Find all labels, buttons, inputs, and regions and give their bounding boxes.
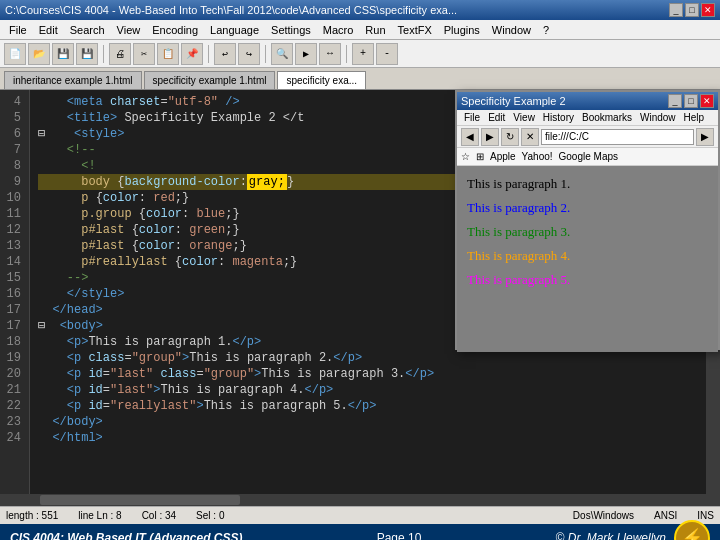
save-all-button[interactable]: 💾 <box>76 43 98 65</box>
menu-search[interactable]: Search <box>65 23 110 37</box>
menu-plugins[interactable]: Plugins <box>439 23 485 37</box>
page-number: Page 10 <box>377 531 422 540</box>
browser-paragraph-3: This is paragraph 3. <box>467 224 708 240</box>
browser-address-bar[interactable] <box>541 129 694 145</box>
minimize-button[interactable]: _ <box>669 3 683 17</box>
undo-button[interactable]: ↩ <box>214 43 236 65</box>
browser-content: This is paragraph 1. This is paragraph 2… <box>457 166 718 352</box>
browser-menu-file[interactable]: File <box>461 112 483 123</box>
redo-button[interactable]: ↪ <box>238 43 260 65</box>
code-line-24: </html> <box>38 430 706 446</box>
browser-forward-button[interactable]: ▶ <box>481 128 499 146</box>
course-title: CIS 4004: Web Based IT (Advanced CSS) <box>10 531 243 540</box>
tab-inheritance[interactable]: inheritance example 1.html <box>4 71 142 89</box>
browser-title-bar: Specificity Example 2 _ □ ✕ <box>457 92 718 110</box>
bookmark-icon2: ⊞ <box>476 151 484 162</box>
find-button[interactable]: 🔍 <box>271 43 293 65</box>
status-line: line Ln : 8 <box>78 510 121 521</box>
browser-toolbar: ◀ ▶ ↻ ✕ ▶ <box>457 126 718 148</box>
browser-bookmarks-bar: ☆ ⊞ Apple Yahoo! Google Maps <box>457 148 718 166</box>
menu-help[interactable]: ? <box>538 23 554 37</box>
browser-menu-bookmarks[interactable]: Bookmarks <box>579 112 635 123</box>
browser-close[interactable]: ✕ <box>700 94 714 108</box>
menu-window[interactable]: Window <box>487 23 536 37</box>
menu-file[interactable]: File <box>4 23 32 37</box>
browser-reload-button[interactable]: ↻ <box>501 128 519 146</box>
bookmark-googlemaps[interactable]: Google Maps <box>559 151 618 162</box>
horizontal-scrollbar[interactable] <box>0 494 720 506</box>
close-button[interactable]: ✕ <box>701 3 715 17</box>
save-button[interactable]: 💾 <box>52 43 74 65</box>
browser-menu-edit[interactable]: Edit <box>485 112 508 123</box>
code-line-20: <p id="last" class="group">This is parag… <box>38 366 706 382</box>
window-title: C:\Courses\CIS 4004 - Web-Based Into Tec… <box>5 4 457 16</box>
line-numbers: 4 5 6 7 8 9 10 11 12 13 14 15 16 17 17 1… <box>0 90 30 494</box>
paste-button[interactable]: 📌 <box>181 43 203 65</box>
new-button[interactable]: 📄 <box>4 43 26 65</box>
print-button[interactable]: 🖨 <box>109 43 131 65</box>
menu-bar: File Edit Search View Encoding Language … <box>0 20 720 40</box>
replace-button[interactable]: ↔ <box>319 43 341 65</box>
maximize-button[interactable]: □ <box>685 3 699 17</box>
browser-menu-history[interactable]: History <box>540 112 577 123</box>
browser-paragraph-2: This is paragraph 2. <box>467 200 708 216</box>
browser-maximize[interactable]: □ <box>684 94 698 108</box>
browser-window-controls[interactable]: _ □ ✕ <box>668 94 714 108</box>
browser-paragraph-4: This is paragraph 4. <box>467 248 708 264</box>
browser-paragraph-5: This is paragraph 5. <box>467 272 708 288</box>
tab-bar: inheritance example 1.html specificity e… <box>0 68 720 90</box>
browser-paragraph-1: This is paragraph 1. <box>467 176 708 192</box>
separator-1 <box>103 45 104 63</box>
browser-stop-button[interactable]: ✕ <box>521 128 539 146</box>
tab-specificity1[interactable]: specificity example 1.html <box>144 71 276 89</box>
browser-menu-window[interactable]: Window <box>637 112 679 123</box>
h-scrollbar-thumb[interactable] <box>40 495 240 505</box>
find-next-button[interactable]: ▶ <box>295 43 317 65</box>
browser-title: Specificity Example 2 <box>461 95 566 107</box>
code-line-19: <p class="group">This is paragraph 2.</p… <box>38 350 706 366</box>
menu-textfx[interactable]: TextFX <box>393 23 437 37</box>
browser-menu: File Edit View History Bookmarks Window … <box>457 110 718 126</box>
separator-2 <box>208 45 209 63</box>
status-length: length : 551 <box>6 510 58 521</box>
zoom-in-button[interactable]: + <box>352 43 374 65</box>
copyright: © Dr. Mark Llewellyn <box>556 531 666 540</box>
separator-3 <box>265 45 266 63</box>
menu-encoding[interactable]: Encoding <box>147 23 203 37</box>
menu-language[interactable]: Language <box>205 23 264 37</box>
browser-menu-help[interactable]: Help <box>681 112 708 123</box>
window-controls[interactable]: _ □ ✕ <box>669 3 715 17</box>
separator-4 <box>346 45 347 63</box>
code-line-23: </body> <box>38 414 706 430</box>
main-area: 4 5 6 7 8 9 10 11 12 13 14 15 16 17 17 1… <box>0 90 720 494</box>
logo-icon: ⚡ <box>674 520 710 540</box>
zoom-out-button[interactable]: - <box>376 43 398 65</box>
bookmark-apple[interactable]: Apple <box>490 151 516 162</box>
status-sel: Sel : 0 <box>196 510 224 521</box>
browser-go-button[interactable]: ▶ <box>696 128 714 146</box>
browser-window: Specificity Example 2 _ □ ✕ File Edit Vi… <box>455 90 720 350</box>
toolbar: 📄 📂 💾 💾 🖨 ✂ 📋 📌 ↩ ↪ 🔍 ▶ ↔ + - <box>0 40 720 68</box>
tab-specificity2[interactable]: specificity exa... <box>277 71 366 89</box>
title-bar: C:\Courses\CIS 4004 - Web-Based Into Tec… <box>0 0 720 20</box>
menu-macro[interactable]: Macro <box>318 23 359 37</box>
menu-run[interactable]: Run <box>360 23 390 37</box>
menu-settings[interactable]: Settings <box>266 23 316 37</box>
bookmark-icon: ☆ <box>461 151 470 162</box>
open-button[interactable]: 📂 <box>28 43 50 65</box>
browser-menu-view[interactable]: View <box>510 112 538 123</box>
menu-view[interactable]: View <box>112 23 146 37</box>
code-line-21: <p id="last">This is paragraph 4.</p> <box>38 382 706 398</box>
menu-edit[interactable]: Edit <box>34 23 63 37</box>
browser-minimize[interactable]: _ <box>668 94 682 108</box>
browser-back-button[interactable]: ◀ <box>461 128 479 146</box>
copy-button[interactable]: 📋 <box>157 43 179 65</box>
bottom-right: © Dr. Mark Llewellyn ⚡ <box>556 520 710 540</box>
code-line-22: <p id="reallylast">This is paragraph 5.<… <box>38 398 706 414</box>
bottom-bar: CIS 4004: Web Based IT (Advanced CSS) Pa… <box>0 524 720 540</box>
status-col: Col : 34 <box>142 510 176 521</box>
bookmark-yahoo[interactable]: Yahoo! <box>522 151 553 162</box>
cut-button[interactable]: ✂ <box>133 43 155 65</box>
